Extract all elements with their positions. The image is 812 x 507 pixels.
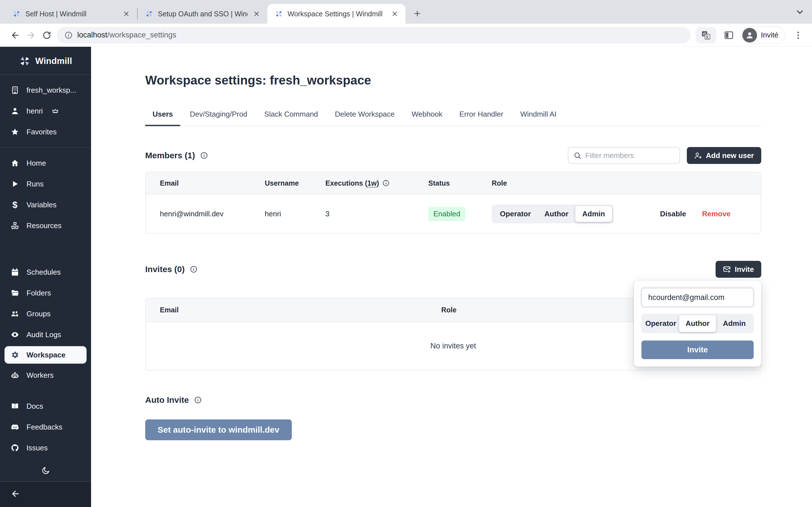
star-icon	[11, 128, 19, 136]
sidebar-item-label: Issues	[27, 444, 48, 452]
sidebar-item-label: Groups	[27, 309, 50, 318]
browser-profile-button[interactable]: Invité	[741, 26, 785, 44]
tab-webhook[interactable]: Webhook	[404, 105, 450, 126]
invites-heading: Invites (0)	[145, 265, 185, 274]
sidebar-item-audit-logs[interactable]: Audit Logs	[0, 324, 91, 345]
reload-icon[interactable]	[39, 27, 55, 43]
col-username: Username	[265, 179, 325, 187]
role-admin-option[interactable]: Admin	[575, 206, 612, 222]
tab-delete-workspace[interactable]: Delete Workspace	[327, 105, 402, 126]
info-icon[interactable]	[200, 152, 208, 159]
robot-icon	[11, 371, 19, 379]
gear-icon	[11, 351, 19, 359]
sidebar-item-label: Resources	[27, 221, 61, 230]
browser-tab-self-host[interactable]: Self Host | Windmill	[5, 4, 137, 24]
role-admin-option[interactable]: Admin	[716, 315, 753, 332]
close-tab-icon[interactable]	[122, 9, 131, 18]
members-table-header: Email Username Executions (1w) Status Ro…	[146, 172, 761, 194]
close-tab-icon[interactable]	[252, 9, 261, 18]
sidebar-collapse-button[interactable]	[0, 482, 91, 507]
home-icon	[11, 159, 19, 167]
info-icon[interactable]	[194, 396, 202, 404]
remove-button[interactable]: Remove	[702, 210, 730, 218]
tab-slack-command[interactable]: Slack Command	[257, 105, 325, 126]
sidebar-item-schedules[interactable]: Schedules	[0, 262, 91, 283]
set-auto-invite-button[interactable]: Set auto-invite to windmill.dev	[145, 419, 292, 440]
sidebar-item-label: Folders	[27, 289, 51, 297]
auto-invite-section: Auto Invite Set auto-invite to windmill.…	[145, 395, 761, 440]
tab-search-chevron-icon[interactable]	[795, 7, 805, 17]
members-table: Email Username Executions (1w) Status Ro…	[145, 172, 761, 234]
col-email: Email	[160, 179, 265, 187]
sidebar-context-group: fresh_worksp... henri Favorites	[0, 75, 91, 147]
sidebar-item-docs[interactable]: Docs	[0, 396, 91, 416]
sidebar-item-label: Docs	[27, 402, 43, 411]
role-operator-option[interactable]: Operator	[643, 315, 679, 332]
sidebar-item-groups[interactable]: Groups	[0, 303, 91, 324]
add-new-user-button[interactable]: Add new user	[687, 147, 761, 164]
role-author-option[interactable]: Author	[679, 315, 716, 332]
sidebar-item-folders[interactable]: Folders	[0, 283, 91, 303]
browser-tab-oauth-sso[interactable]: Setup OAuth and SSO | Windm	[138, 4, 267, 24]
filter-members-field[interactable]	[568, 147, 680, 164]
col-executions: Executions (1w)	[325, 179, 428, 187]
url-host: localhost	[77, 31, 107, 40]
page-title: Workspace settings: fresh_workspace	[145, 73, 761, 87]
tab-users[interactable]: Users	[145, 105, 180, 126]
sidebar-admin-nav: Schedules Folders Groups Audit Logs Work…	[0, 257, 91, 391]
invite-submit-button[interactable]: Invite	[642, 341, 754, 359]
browser-menu-icon[interactable]	[792, 29, 805, 42]
sidebar-item-label: Favorites	[27, 128, 57, 136]
site-info-icon[interactable]	[64, 31, 73, 40]
sidebar-item-workspace[interactable]: Workspace	[4, 346, 87, 363]
tab-dev-staging-prod[interactable]: Dev/Staging/Prod	[183, 105, 255, 126]
sidebar-item-workspace-switcher[interactable]: fresh_worksp...	[0, 80, 91, 101]
sidebar-main-nav: Home Runs $ Variables Resources	[0, 148, 91, 241]
dark-mode-toggle[interactable]	[0, 463, 91, 482]
invite-button[interactable]: Invite	[716, 261, 761, 278]
building-icon	[11, 86, 19, 94]
sidebar-item-variables[interactable]: $ Variables	[0, 194, 91, 215]
tab-error-handler[interactable]: Error Handler	[452, 105, 511, 126]
sidebar-item-label: Schedules	[27, 268, 61, 277]
sidebar-item-home[interactable]: Home	[0, 153, 91, 173]
forward-icon[interactable]	[23, 27, 39, 43]
tab-windmill-ai[interactable]: Windmill AI	[513, 105, 564, 126]
sidebar-item-resources[interactable]: Resources	[0, 215, 91, 236]
sidebar-item-favorites[interactable]: Favorites	[0, 121, 91, 142]
discord-icon	[11, 423, 19, 431]
filter-members-input[interactable]	[585, 151, 674, 160]
sidebar-item-user-menu[interactable]: henri	[0, 101, 91, 121]
sidebar-item-label: Workers	[27, 371, 54, 380]
settings-tabs: Users Dev/Staging/Prod Slack Command Del…	[145, 105, 761, 126]
github-icon	[11, 444, 19, 452]
dollar-icon: $	[11, 200, 19, 210]
back-icon[interactable]	[7, 27, 23, 43]
windmill-favicon-icon	[12, 10, 21, 18]
role-operator-option[interactable]: Operator	[493, 206, 538, 222]
crown-icon	[52, 108, 59, 114]
sidebar-item-label: Workspace	[27, 351, 65, 359]
sidebar-item-feedbacks[interactable]: Feedbacks	[0, 416, 91, 438]
close-tab-icon[interactable]	[390, 9, 399, 18]
translate-extension-button[interactable]: G	[696, 27, 716, 43]
sidebar-item-workers[interactable]: Workers	[0, 365, 91, 386]
calendar-icon	[11, 268, 19, 276]
info-icon[interactable]	[190, 265, 198, 273]
executions-1w-link[interactable]: 1w	[367, 179, 377, 187]
side-panel-icon[interactable]	[724, 30, 734, 40]
windmill-logo[interactable]: Windmill	[0, 47, 91, 74]
new-tab-button[interactable]	[409, 6, 425, 21]
sidebar-item-runs[interactable]: Runs	[0, 173, 91, 194]
sidebar-item-label: Variables	[27, 201, 56, 209]
sidebar-item-issues[interactable]: Issues	[0, 438, 91, 458]
browser-tab-workspace-settings[interactable]: Workspace Settings | Windmill	[267, 4, 405, 24]
info-icon[interactable]	[382, 179, 390, 187]
role-author-option[interactable]: Author	[538, 206, 575, 222]
address-bar[interactable]: localhost/workspace_settings	[57, 27, 691, 43]
invite-email-input[interactable]	[642, 288, 754, 307]
sidebar-help-nav: Docs Feedbacks Issues	[0, 391, 91, 463]
browser-toolbar: localhost/workspace_settings G Invité	[0, 24, 812, 47]
invite-role-toggle: Operator Author Admin	[642, 314, 754, 333]
disable-button[interactable]: Disable	[660, 210, 686, 218]
